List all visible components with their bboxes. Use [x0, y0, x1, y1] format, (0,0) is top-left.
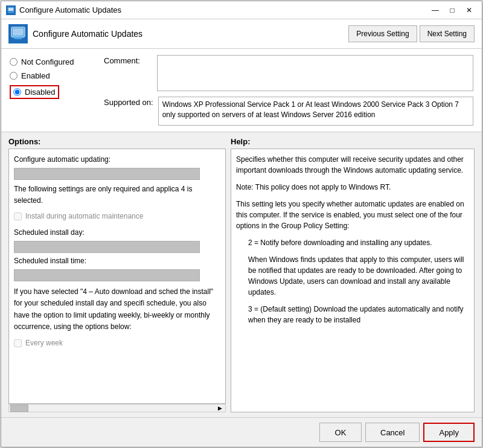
previous-setting-button[interactable]: Previous Setting — [348, 25, 417, 42]
disabled-box: Disabled — [10, 85, 59, 99]
svg-rect-1 — [8, 8, 13, 11]
options-body-text: The following settings are only required… — [14, 184, 220, 206]
header-buttons: Previous Setting Next Setting — [348, 25, 475, 42]
enabled-radio[interactable]: Enabled — [10, 71, 94, 80]
svg-rect-3 — [8, 12, 14, 13]
configure-label: Configure automatic updating: — [14, 154, 220, 165]
every-week-row: Every week — [14, 338, 220, 349]
scheduled-time-row: Scheduled install time: — [14, 255, 220, 281]
disabled-radio[interactable]: Disabled — [10, 85, 94, 99]
scheduled-day-row: Scheduled install day: — [14, 227, 220, 253]
next-setting-button[interactable]: Next Setting — [420, 25, 475, 42]
maintenance-checkbox[interactable] — [14, 213, 22, 220]
help-title: Help: — [231, 137, 475, 146]
apply-button[interactable]: Apply — [423, 423, 475, 442]
main-panels: Options: Configure automatic updating: T… — [1, 132, 482, 417]
header-bar: Configure Automatic Updates Previous Set… — [1, 19, 482, 49]
header-title: Configure Automatic Updates — [33, 29, 142, 39]
supported-label: Supported on: — [104, 97, 153, 107]
help-para3: This setting lets you specify whether au… — [236, 199, 469, 231]
options-title: Options: — [8, 137, 226, 146]
maintenance-label: Install during automatic maintenance — [25, 211, 143, 222]
supported-row: Supported on: Windows XP Professional Se… — [104, 97, 473, 126]
options-hscroll[interactable]: ◀ ▶ — [8, 404, 226, 412]
top-section: Not Configured Enabled Disabled Comment: — [1, 49, 482, 132]
window-icon — [6, 5, 16, 15]
maximize-button[interactable]: □ — [444, 4, 460, 17]
supported-box: Windows XP Professional Service Pack 1 o… — [158, 97, 473, 126]
comment-row: Comment: — [104, 55, 473, 93]
help-para6: 3 = (Default setting) Download the updat… — [248, 304, 469, 325]
cancel-button[interactable]: Cancel — [365, 423, 420, 442]
header-left: Configure Automatic Updates — [8, 24, 142, 43]
comment-scroll — [157, 55, 473, 93]
right-fields: Comment: Supported on: Windows XP Profes… — [104, 55, 473, 126]
svg-rect-8 — [12, 37, 24, 38]
enabled-input[interactable] — [10, 72, 18, 80]
title-bar-text: Configure Automatic Updates — [19, 5, 121, 14]
footer: OK Cancel Apply — [1, 417, 482, 447]
options-box[interactable]: Configure automatic updating: The follow… — [8, 149, 226, 404]
help-para4: 2 = Notify before downloading and instal… — [248, 237, 469, 248]
minimize-button[interactable]: — — [427, 4, 443, 17]
help-box[interactable]: Specifies whether this computer will rec… — [231, 149, 475, 412]
header-icon — [8, 24, 28, 43]
disabled-input[interactable] — [13, 88, 21, 96]
not-configured-radio[interactable]: Not Configured — [10, 57, 94, 66]
options-extra-text: If you have selected "4 – Auto download … — [14, 286, 220, 333]
help-panel: Help: Specifies whether this computer wi… — [231, 137, 475, 412]
every-week-checkbox[interactable] — [14, 339, 22, 347]
main-window: Configure Automatic Updates — □ ✕ Config… — [1, 1, 482, 447]
help-para1: Specifies whether this computer will rec… — [236, 154, 469, 176]
close-button[interactable]: ✕ — [461, 4, 477, 17]
scheduled-time-dropdown[interactable] — [14, 269, 200, 281]
radio-group: Not Configured Enabled Disabled — [10, 55, 94, 126]
not-configured-input[interactable] — [10, 58, 18, 66]
hscroll-right-arrow[interactable]: ▶ — [216, 405, 224, 411]
title-bar-controls: — □ ✕ — [427, 4, 477, 17]
help-para5: When Windows finds updates that apply to… — [248, 254, 469, 298]
scheduled-day-label: Scheduled install day: — [14, 228, 85, 237]
comment-textarea[interactable] — [157, 55, 473, 91]
supported-text: Windows XP Professional Service Pack 1 o… — [162, 100, 459, 119]
scheduled-day-dropdown[interactable] — [14, 241, 200, 253]
help-para2: Note: This policy does not apply to Wind… — [236, 182, 469, 193]
every-week-label: Every week — [25, 338, 63, 349]
scheduled-time-label: Scheduled install time: — [14, 257, 86, 265]
hscroll-thumb[interactable] — [10, 405, 28, 412]
configure-dropdown[interactable] — [14, 168, 200, 180]
title-bar-left: Configure Automatic Updates — [6, 5, 121, 15]
ok-button[interactable]: OK — [319, 423, 362, 442]
comment-label: Comment: — [104, 55, 152, 65]
title-bar: Configure Automatic Updates — □ ✕ — [1, 1, 482, 19]
options-panel: Options: Configure automatic updating: T… — [8, 137, 226, 412]
maintenance-checkbox-row: Install during automatic maintenance — [14, 211, 220, 222]
svg-rect-6 — [13, 28, 24, 36]
